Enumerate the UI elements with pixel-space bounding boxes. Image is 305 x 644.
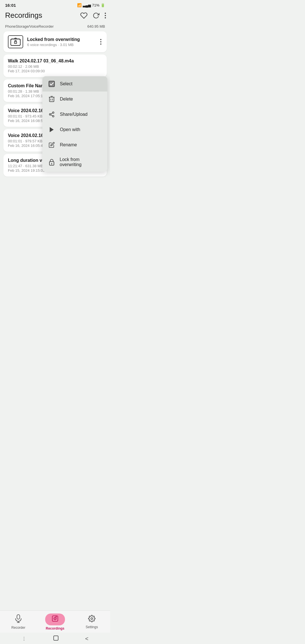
svg-line-24 (51, 115, 53, 116)
context-menu-openwith[interactable]: Open with (42, 122, 107, 137)
context-delete-label: Delete (60, 97, 73, 102)
lock-icon (49, 159, 55, 166)
delete-icon (49, 96, 55, 102)
context-openwith-label: Open with (60, 127, 80, 132)
rename-icon (49, 142, 55, 148)
svg-marker-26 (50, 127, 54, 132)
context-select-label: Select (60, 81, 72, 86)
openwith-icon (49, 127, 55, 133)
context-menu: Select Delete (42, 76, 107, 172)
context-share-label: Share/Upload (60, 112, 88, 117)
context-menu-share[interactable]: Share/Upload (42, 107, 107, 122)
svg-line-25 (51, 113, 53, 114)
svg-rect-16 (49, 97, 54, 102)
context-menu-lock[interactable]: Lock from overwriting (42, 153, 107, 172)
share-icon (49, 111, 55, 118)
context-rename-label: Rename (60, 142, 77, 147)
context-menu-select[interactable]: Select (42, 76, 107, 92)
context-lock-label: Lock from overwriting (60, 157, 101, 167)
select-icon (49, 81, 55, 87)
context-menu-delete[interactable]: Delete (42, 92, 107, 107)
context-menu-rename[interactable]: Rename (42, 137, 107, 153)
context-overlay: Select Delete (0, 0, 110, 232)
